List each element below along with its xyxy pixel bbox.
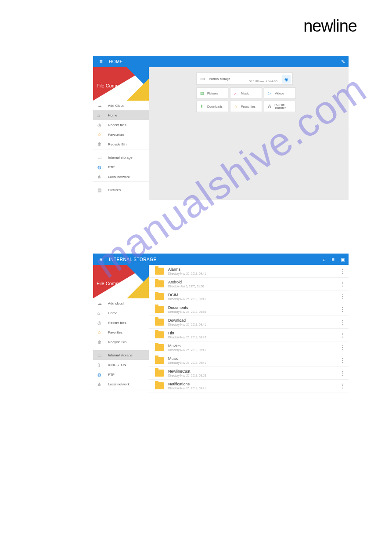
file-name: Download <box>168 318 206 323</box>
sidebar-item-favorites[interactable]: ☆Favorites <box>93 327 149 337</box>
storage-free: 56.8 GB free of 64.4 GB <box>249 80 277 83</box>
file-meta: Directory Nov 26, 2019, 08:50 <box>168 310 206 313</box>
sidebar-item-add-cloud[interactable]: ☁Add cloud <box>93 298 149 308</box>
file-list: AlarmsDirectory Nov 25, 2019, 09:41⋮Andr… <box>149 265 349 397</box>
sidebar-item-kingston[interactable]: ▯KINGSTON <box>93 360 149 370</box>
screenshot-home: ‹ › ≡ HOME ✎ File Commander ☁Add Cloud⌂H… <box>93 56 349 200</box>
file-meta: Directory Nov 25, 2019, 09:41 <box>168 272 206 275</box>
sidebar-item-label: Pictures <box>108 188 121 192</box>
sidebar-item-label: Add cloud <box>108 301 124 305</box>
file-row[interactable]: MusicDirectory Nov 25, 2019, 09:41⋮ <box>149 354 349 367</box>
sidebar-item-add-cloud[interactable]: ☁Add Cloud <box>93 101 149 110</box>
ftp-icon: ◍ <box>97 372 108 377</box>
tile-label: Downloads <box>207 105 223 108</box>
ftp-icon: ◍ <box>97 165 108 170</box>
tile-label: PC File Transfer <box>274 103 295 109</box>
more-icon[interactable]: ⋮ <box>340 332 345 338</box>
folder-icon <box>155 306 164 313</box>
sidebar-item-label: Home <box>108 311 117 315</box>
folder-icon <box>155 382 164 389</box>
sidebar-item-local-network[interactable]: ⋔Local network <box>93 379 149 389</box>
file-row[interactable]: DocumentsDirectory Nov 26, 2019, 08:50⋮ <box>149 303 349 316</box>
file-row[interactable]: DownloadDirectory Nov 25, 2019, 09:41⋮ <box>149 316 349 329</box>
folder-icon <box>155 280 164 287</box>
more-icon[interactable]: ⋮ <box>340 294 345 300</box>
tile-pictures[interactable]: ▤Pictures <box>196 87 228 99</box>
more-icon[interactable]: ⋮ <box>340 357 345 363</box>
tile-videos[interactable]: ▷Videos <box>264 87 296 99</box>
file-name: DCIM <box>168 293 206 297</box>
fav-icon: ☆ <box>234 104 241 109</box>
pic-icon: ▤ <box>97 188 108 192</box>
header-title: INTERNAL STORAGE <box>109 257 157 262</box>
new-folder-icon[interactable]: ▣ <box>341 257 345 262</box>
globe-icon[interactable]: ◉ <box>282 75 291 83</box>
tile-favourites[interactable]: ☆Favourites <box>230 101 262 112</box>
sidebar-item-label: Internal storage <box>108 353 133 357</box>
sidebar-item-ftp[interactable]: ◍FTP <box>93 162 149 172</box>
sort-icon[interactable]: ≡ <box>332 257 334 262</box>
hamburger-icon[interactable]: ≡ <box>93 58 109 65</box>
sidebar-item-recycle-bin[interactable]: 🗑Recycle Bin <box>93 337 149 347</box>
file-row[interactable]: MoviesDirectory Nov 25, 2019, 09:41⋮ <box>149 341 349 354</box>
sidebar-item-home[interactable]: ⌂Home <box>93 308 149 318</box>
vid-icon: ▷ <box>268 91 275 95</box>
sidebar: File Commander ☁Add Cloud⌂Home◷Recent fi… <box>93 67 149 200</box>
file-meta: Directory Nov 25, 2019, 09:41 <box>168 348 206 352</box>
file-meta: Directory Nov 25, 2019, 09:42 <box>168 336 206 339</box>
file-name: Alarms <box>168 267 206 272</box>
folder-icon <box>155 331 164 338</box>
sidebar-item-internal-storage[interactable]: ▭Internal storage <box>93 350 149 360</box>
storage-icon: ▭ <box>97 155 108 160</box>
sidebar-item-label: Internal storage <box>108 156 133 160</box>
header-title: HOME <box>109 59 123 64</box>
more-icon[interactable]: ⋮ <box>340 306 345 312</box>
file-name: Documents <box>168 305 206 310</box>
mus-icon: ♪ <box>234 91 241 95</box>
more-icon[interactable]: ⋮ <box>340 345 345 351</box>
sidebar-item-pictures[interactable]: ▤Pictures <box>93 185 149 195</box>
sidebar-item-label: Recent files <box>108 321 126 325</box>
tile-pc-file-transfer[interactable]: 🖧PC File Transfer <box>264 101 296 112</box>
more-icon[interactable]: ⋮ <box>340 383 345 389</box>
file-name: Music <box>168 356 206 361</box>
file-row[interactable]: AlarmsDirectory Nov 25, 2019, 09:41⋮ <box>149 265 349 278</box>
more-icon[interactable]: ⋮ <box>340 281 345 287</box>
sidebar-item-favourites[interactable]: ☆Favourites <box>93 130 149 139</box>
sidebar-item-label: Recent files <box>108 123 126 127</box>
sidebar-item-recent-files[interactable]: ◷Recent files <box>93 120 149 130</box>
folder-icon <box>155 293 164 300</box>
sidebar-item-recycle-bin[interactable]: 🗑Recycle Bin <box>93 139 149 149</box>
tile-music[interactable]: ♪Music <box>230 87 262 99</box>
more-icon[interactable]: ⋮ <box>340 319 345 325</box>
more-icon[interactable]: ⋮ <box>340 268 345 274</box>
tile-label: Videos <box>275 92 284 95</box>
file-row[interactable]: AndroidDirectory Jan 5, 1970, 01:00⋮ <box>149 278 349 290</box>
edit-icon[interactable]: ✎ <box>341 59 345 65</box>
file-row[interactable]: HhtDirectory Nov 25, 2019, 09:42⋮ <box>149 329 349 341</box>
tile-downloads[interactable]: ⬇Downloads <box>196 101 228 112</box>
hamburger-icon[interactable]: ≡ <box>93 256 109 262</box>
sidebar-item-label: KINGSTON <box>108 363 126 367</box>
folder-icon <box>155 344 164 351</box>
app-name: File Commander <box>97 281 132 286</box>
storage-indicator[interactable]: ▭ Internal storage 56.8 GB free of 64.4 … <box>196 73 293 85</box>
more-icon[interactable]: ⋮ <box>340 370 345 376</box>
app-brand: File Commander <box>93 67 149 101</box>
bin-icon: 🗑 <box>97 142 108 147</box>
sidebar-item-label: FTP <box>108 165 115 169</box>
sidebar-item-local-network[interactable]: ⋔Local network <box>93 172 149 181</box>
file-row[interactable]: NotificationsDirectory Nov 25, 2019, 09:… <box>149 380 349 392</box>
sidebar-item-ftp[interactable]: ◍FTP <box>93 370 149 379</box>
search-icon[interactable]: ⌕ <box>323 257 326 262</box>
tile-label: Favourites <box>241 105 255 108</box>
sidebar-item-home[interactable]: ⌂Home <box>93 110 149 120</box>
sidebar-item-label: Recycle Bin <box>108 142 126 146</box>
cloud-icon: ☁ <box>97 301 108 306</box>
file-meta: Directory Nov 25, 2019, 09:41 <box>168 323 206 326</box>
file-row[interactable]: DCIMDirectory Nov 25, 2019, 09:41⋮ <box>149 290 349 303</box>
sidebar-item-recent-files[interactable]: ◷Recent files <box>93 318 149 327</box>
file-row[interactable]: NewlineCastDirectory Nov 26, 2019, 08:53… <box>149 367 349 380</box>
sidebar-item-label: FTP <box>108 373 115 377</box>
sidebar-item-internal-storage[interactable]: ▭Internal storage <box>93 152 149 162</box>
